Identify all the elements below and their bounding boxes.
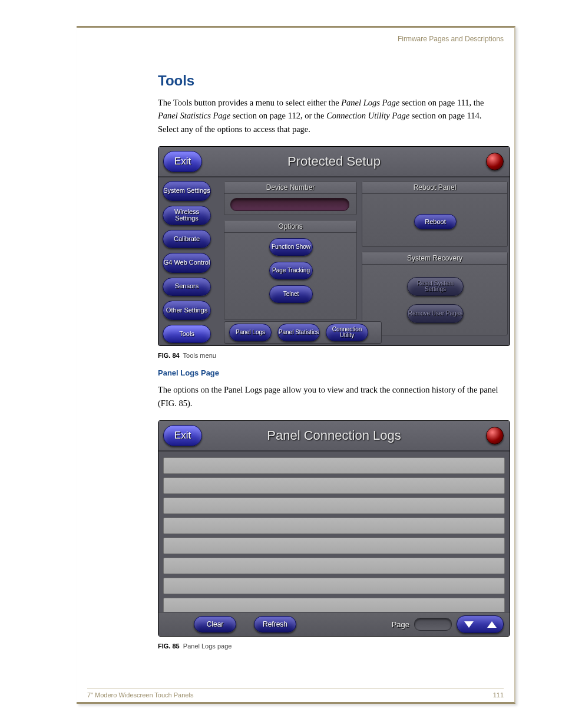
ref-connection-utility: Connection Utility Page: [326, 111, 409, 120]
subsection-heading: Panel Logs Page: [158, 368, 499, 377]
remove-user-pages-button[interactable]: Remove User Pages: [407, 304, 464, 323]
reboot-panel: Reboot Panel Reboot: [362, 181, 508, 247]
ref-panel-statistics: Panel Statistics Page: [158, 111, 230, 120]
clear-button[interactable]: Clear: [194, 616, 236, 633]
function-show-button[interactable]: Function Show: [269, 238, 313, 256]
reboot-panel-header: Reboot Panel: [362, 182, 507, 194]
log-row: [163, 457, 505, 474]
log-row: [163, 518, 505, 534]
exit-button[interactable]: Exit: [163, 425, 202, 446]
titlebar: Exit Panel Connection Logs: [158, 421, 510, 452]
sidebar-item-calibrate[interactable]: Calibrate: [163, 230, 211, 248]
page-footer: 7" Modero Widescreen Touch Panels 111: [87, 689, 504, 699]
sidebar-item-wireless-settings[interactable]: Wireless Settings: [163, 206, 211, 225]
figure-85-text: Panel Logs page: [183, 643, 232, 650]
pager-group: Page: [392, 615, 504, 633]
figure-84-caption: FIG. 84 Tools menu: [158, 352, 499, 359]
reboot-button[interactable]: Reboot: [414, 214, 457, 229]
log-row: [163, 558, 505, 574]
bottom-toolbar: Clear Refresh Page: [158, 612, 510, 636]
intro-paragraph: The Tools button provides a menu to sele…: [158, 96, 499, 136]
device-number-input[interactable]: [230, 198, 349, 211]
system-recovery-header: System Recovery: [362, 252, 507, 265]
refresh-button[interactable]: Refresh: [254, 616, 296, 633]
log-row: [163, 538, 505, 554]
footer-page-number: 111: [493, 691, 504, 699]
page-label: Page: [392, 620, 409, 629]
device-number-panel: Device Number: [224, 181, 357, 215]
titlebar: Exit Protected Setup: [158, 147, 510, 177]
log-row: [163, 578, 505, 594]
intro-t3: section on page 112, or the: [233, 111, 326, 120]
page-nav-capsule: [457, 615, 504, 633]
logs-intro-paragraph: The options on the Panel Logs page allow…: [158, 383, 499, 410]
figure-84-text: Tools menu: [183, 352, 216, 359]
panel-logs-button[interactable]: Panel Logs: [229, 324, 272, 341]
footer-left: 7" Modero Widescreen Touch Panels: [87, 691, 193, 699]
telnet-button[interactable]: Telnet: [269, 285, 313, 303]
window-title: Panel Connection Logs: [267, 428, 401, 443]
exit-button[interactable]: Exit: [163, 151, 202, 172]
connection-utility-button[interactable]: Connection Utility: [326, 324, 368, 341]
page-field[interactable]: [414, 618, 452, 631]
options-panel: Options Function Show Page Tracking Teln…: [224, 220, 357, 320]
figure-84-label: FIG. 84: [158, 352, 180, 359]
figure-84-screenshot: Exit Protected Setup System Settings Wir…: [158, 146, 510, 346]
status-indicator-icon: [486, 153, 504, 170]
tools-popup: Panel Logs Panel Statistics Connection U…: [224, 321, 382, 344]
sidebar-item-other-settings[interactable]: Other Settings: [163, 301, 211, 320]
log-row: [163, 477, 505, 494]
device-number-header: Device Number: [224, 182, 356, 194]
status-indicator-icon: [486, 427, 504, 444]
panel-statistics-button[interactable]: Panel Statistics: [277, 324, 320, 341]
window-title: Protected Setup: [287, 154, 381, 169]
figure-85-screenshot: Exit Panel Connection Logs Clear: [158, 420, 510, 637]
sidebar: System Settings Wireless Settings Calibr…: [158, 177, 220, 347]
sidebar-item-system-settings[interactable]: System Settings: [163, 181, 211, 200]
log-row: [163, 498, 505, 514]
page-up-icon[interactable]: [487, 621, 497, 628]
running-header: Firmware Pages and Descriptions: [87, 35, 504, 43]
figure-85-caption: FIG. 85 Panel Logs page: [158, 643, 499, 650]
intro-t2: section on page 111, the: [402, 98, 484, 107]
main-area: Device Number Options Function Show Page…: [220, 177, 510, 347]
log-list: [158, 452, 510, 614]
ref-panel-logs: Panel Logs Page: [341, 98, 399, 107]
section-heading: Tools: [158, 73, 499, 89]
system-recovery-panel: System Recovery Reset System Settings Re…: [362, 252, 508, 335]
reset-system-settings-button[interactable]: Reset System Settings: [407, 277, 464, 296]
sidebar-item-sensors[interactable]: Sensors: [163, 278, 211, 296]
figure-85-label: FIG. 85: [158, 643, 180, 650]
sidebar-item-tools[interactable]: Tools: [163, 325, 211, 343]
options-header: Options: [224, 220, 356, 233]
page-down-icon[interactable]: [464, 621, 474, 628]
sidebar-item-g4-web-control[interactable]: G4 Web Control: [163, 253, 211, 272]
page-tracking-button[interactable]: Page Tracking: [269, 262, 313, 279]
intro-t1: The Tools button provides a menu to sele…: [158, 98, 341, 107]
